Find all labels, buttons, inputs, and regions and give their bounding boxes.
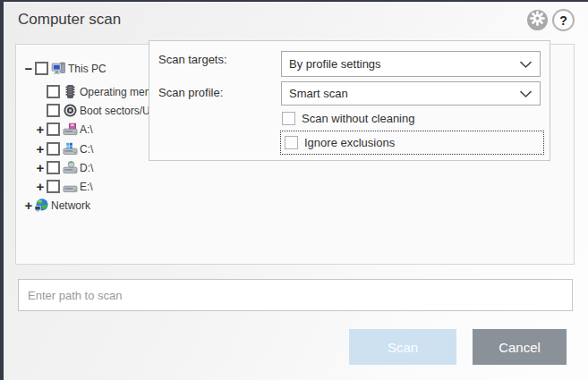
window-frame-top — [0, 0, 588, 2]
cd-drive-icon — [63, 160, 78, 175]
expand-icon[interactable]: + — [35, 162, 46, 174]
tree-item-label: Network — [51, 199, 90, 212]
tree-item-network[interactable]: + Network — [23, 196, 90, 215]
scan-without-cleaning-row[interactable]: Scan without cleaning — [282, 112, 414, 125]
checkbox[interactable] — [47, 180, 60, 193]
scan-targets-value: By profile settings — [289, 57, 519, 71]
tree-item-label: D:\ — [80, 162, 93, 174]
checkbox[interactable] — [47, 122, 60, 136]
tree-item-label: This PC — [68, 63, 107, 75]
checkbox[interactable] — [282, 112, 295, 125]
checkbox[interactable] — [47, 85, 60, 98]
scan-targets-dropdown[interactable]: By profile settings — [281, 51, 541, 77]
collapse-icon[interactable]: − — [23, 63, 34, 75]
checkbox[interactable] — [47, 104, 60, 117]
network-icon — [34, 198, 49, 213]
system-drive-icon — [63, 141, 78, 156]
tree-item-this-pc[interactable]: − This PC — [23, 59, 107, 78]
page-title: Computer scan — [18, 11, 121, 29]
chevron-down-icon — [519, 86, 533, 102]
help-button[interactable]: ? — [552, 9, 575, 31]
memory-icon — [63, 84, 78, 99]
tree-item-boot-sectors[interactable]: Boot sectors/UEFI — [35, 101, 166, 120]
ignore-exclusions-row[interactable]: Ignore exclusions — [280, 131, 544, 155]
gear-icon — [527, 8, 548, 32]
scan-options-panel: Scan targets: By profile settings Scan p… — [149, 40, 550, 161]
settings-button[interactable] — [527, 10, 548, 30]
scan-profile-dropdown[interactable]: Smart scan — [281, 81, 541, 106]
checkbox-label: Ignore exclusions — [304, 136, 395, 149]
checkbox-label: Scan without cleaning — [302, 112, 414, 125]
tree-item-drive-e[interactable]: + E:\ — [35, 177, 93, 196]
tree-item-label: C:\ — [80, 143, 93, 156]
checkbox[interactable] — [35, 62, 48, 75]
scan-button[interactable]: Scan — [349, 329, 456, 365]
path-input[interactable] — [18, 279, 573, 311]
this-pc-icon — [51, 61, 66, 76]
window-frame-left — [0, 0, 4, 380]
checkbox[interactable] — [47, 142, 60, 156]
checkbox[interactable] — [285, 136, 298, 149]
expand-icon[interactable]: + — [35, 181, 46, 193]
expand-icon[interactable]: + — [23, 199, 34, 212]
cancel-button[interactable]: Cancel — [473, 329, 567, 365]
scan-profile-value: Smart scan — [289, 87, 519, 100]
tree-item-drive-a[interactable]: + A:\ — [35, 120, 93, 139]
scan-profile-label: Scan profile: — [158, 86, 223, 99]
chevron-down-icon — [519, 56, 533, 72]
drive-icon — [63, 179, 78, 194]
expand-icon[interactable]: + — [35, 143, 46, 156]
boot-sector-icon — [63, 103, 78, 118]
checkbox[interactable] — [47, 161, 60, 174]
scan-targets-label: Scan targets: — [158, 53, 227, 66]
tree-item-drive-d[interactable]: + D:\ — [35, 158, 93, 177]
tree-item-label: E:\ — [80, 181, 93, 193]
floppy-drive-icon — [63, 122, 78, 137]
question-icon: ? — [559, 13, 567, 28]
computer-scan-dialog: Computer scan ? — [0, 0, 588, 380]
tree-item-drive-c[interactable]: + C:\ — [35, 139, 93, 158]
expand-icon[interactable]: + — [35, 123, 46, 136]
tree-item-label: A:\ — [80, 123, 93, 136]
